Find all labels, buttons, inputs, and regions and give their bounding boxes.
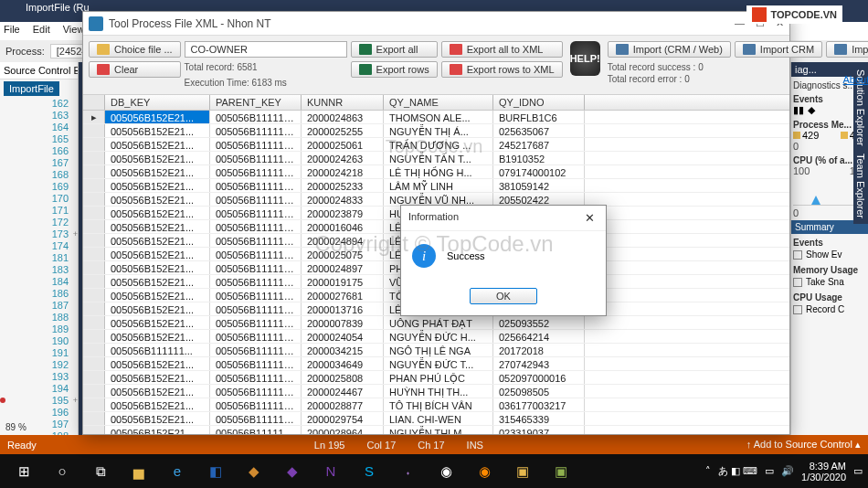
row-header[interactable] xyxy=(83,193,105,206)
cell[interactable]: 2000024054 xyxy=(302,330,384,343)
cell[interactable]: 005056B111111... xyxy=(210,275,302,288)
cell[interactable]: 2000025255 xyxy=(302,124,384,137)
export-rows-xml-button[interactable]: Export rows to XML xyxy=(441,61,563,78)
cell[interactable]: 005056B111111... xyxy=(210,234,302,247)
cell[interactable]: PHAN PHÚ LỘC xyxy=(384,371,493,384)
pause-icon[interactable]: ▮▮ xyxy=(793,104,804,116)
window-titlebar[interactable]: Tool Process File XML - Nhon NT —☐✕ xyxy=(83,12,789,36)
row-header[interactable] xyxy=(83,152,105,164)
cell[interactable]: 245217687 xyxy=(493,138,585,151)
cell[interactable]: TÔ THỊ BÍCH VÂN xyxy=(384,398,493,411)
take-snapshot[interactable]: Take Sna xyxy=(793,275,866,289)
about-link[interactable]: About xyxy=(843,74,868,85)
cell[interactable]: NGUYỄN TẤN T... xyxy=(384,152,493,164)
cell[interactable]: 005056B152E21... xyxy=(105,357,210,370)
taskview-icon[interactable]: ⧉ xyxy=(82,458,119,485)
table-row[interactable]: 005056B152E21...005056B111111...20000346… xyxy=(83,357,789,371)
table-row[interactable]: 005056B152E21...005056B111111...20000252… xyxy=(83,124,789,138)
col-qyidno[interactable]: QY_IDNO xyxy=(493,95,585,110)
cell[interactable]: 005056B152E21... xyxy=(105,248,210,260)
cell[interactable]: LIAN. CHI-WEN xyxy=(384,412,493,425)
cell[interactable]: NGUYỄN THỊ Á... xyxy=(384,124,493,137)
table-row[interactable]: 005056B152E21...005056B111111...20000289… xyxy=(83,426,789,434)
skype-icon[interactable]: S xyxy=(351,458,387,485)
explorer-icon[interactable]: ▅ xyxy=(121,458,157,485)
cell[interactable]: 005056B152E21... xyxy=(105,234,210,247)
cell[interactable]: LÊ THỊ HỒNG H... xyxy=(384,165,493,178)
cell[interactable]: 005056B111111... xyxy=(210,207,302,219)
cell[interactable]: 2000034215 xyxy=(302,344,384,356)
row-header[interactable] xyxy=(83,344,105,356)
table-row[interactable]: 005056B152E21...005056B111111...20000297… xyxy=(83,412,789,426)
ok-button[interactable]: OK xyxy=(470,288,537,304)
cell[interactable]: 005056B152E21... xyxy=(105,261,210,274)
row-header[interactable] xyxy=(83,302,105,315)
import-crm-web-button[interactable]: Import (CRM / Web) xyxy=(608,41,731,58)
notifications-icon[interactable]: ▭ xyxy=(853,465,863,477)
cell[interactable]: 2000025808 xyxy=(302,371,384,384)
import-web-button[interactable]: Import WEB xyxy=(826,41,868,58)
cell[interactable]: 005056B152E21... xyxy=(105,385,210,398)
menu-file[interactable]: File xyxy=(4,24,20,38)
row-header[interactable] xyxy=(83,220,105,233)
edge-icon[interactable]: e xyxy=(159,458,196,485)
search-icon[interactable]: ○ xyxy=(44,458,80,485)
col-parent[interactable]: PARENT_KEY xyxy=(210,95,302,110)
cell[interactable]: 005056B152E21... xyxy=(105,316,210,329)
record-cpu[interactable]: Record C xyxy=(793,302,866,316)
cell[interactable]: 005056B111111... xyxy=(210,165,302,178)
col-dbkey[interactable]: DB_KEY xyxy=(105,95,210,110)
tray-up-icon[interactable]: ˄ xyxy=(705,465,711,477)
row-header[interactable] xyxy=(83,275,105,288)
show-events[interactable]: Show Ev xyxy=(793,248,866,261)
cell[interactable]: 005056B111111... xyxy=(210,124,302,137)
row-header[interactable] xyxy=(83,316,105,329)
table-row[interactable]: 005056B152E21...005056B111111...20000244… xyxy=(83,385,789,398)
table-row[interactable]: 005056B152E21...005056B111111...20000258… xyxy=(83,371,789,385)
cell[interactable]: 2000029754 xyxy=(302,412,384,425)
cell[interactable]: 025098505 xyxy=(493,385,585,398)
add-source-control[interactable]: ↑ Add to Source Control ▴ xyxy=(746,439,861,451)
cell[interactable]: 2000024894 xyxy=(302,234,384,247)
cell[interactable]: 025664214 xyxy=(493,330,585,343)
notepadpp-icon[interactable]: ▣ xyxy=(543,458,579,485)
table-row[interactable]: 005056B152E21...005056B111111...20000252… xyxy=(83,179,789,193)
cell[interactable]: 005056B111111... xyxy=(210,138,302,151)
row-header[interactable]: ▸ xyxy=(83,111,105,123)
cell[interactable]: 025635067 xyxy=(493,124,585,137)
firefox-icon[interactable]: ◉ xyxy=(466,458,503,485)
cell[interactable]: NGUYỄN ĐỨC H... xyxy=(384,330,493,343)
col-qyname[interactable]: QY_NAME xyxy=(384,95,493,110)
taskbar[interactable]: ⊞ ○ ⧉ ▅ e ◧ ◆ ◆ N S ⬪ ◉ ◉ ▣ ▣ ˄ あ ◧ ⌨ ▭ … xyxy=(0,454,868,488)
row-header[interactable] xyxy=(83,426,105,434)
chrome-icon[interactable]: ◉ xyxy=(428,458,464,485)
cell[interactable]: 005056B152E21... xyxy=(105,398,210,411)
cell[interactable]: NGUYỄN ĐỨC T... xyxy=(384,357,493,370)
cell[interactable]: 005056B152E21... xyxy=(105,138,210,151)
cell[interactable]: 005056B152E21... xyxy=(105,330,210,343)
cell[interactable]: 079174000102 xyxy=(493,165,585,178)
cell[interactable]: 2000019175 xyxy=(302,275,384,288)
cell[interactable]: 2000028877 xyxy=(302,398,384,411)
cell[interactable]: 005056B111111... xyxy=(210,412,302,425)
cell[interactable]: 036177003217 xyxy=(493,398,585,411)
cell[interactable]: 005056B152E21... xyxy=(105,426,210,434)
cell[interactable]: NGUYỄN VŨ NH... xyxy=(384,193,493,206)
menu-view[interactable]: View xyxy=(63,24,85,38)
row-header[interactable] xyxy=(83,330,105,343)
row-header[interactable] xyxy=(83,371,105,384)
table-row[interactable]: 005056B152E21...005056B111111...20000240… xyxy=(83,330,789,344)
zoom-level[interactable]: 89 % xyxy=(2,421,30,433)
table-row[interactable]: 005056B152E21...005056B111111...20000250… xyxy=(83,138,789,152)
cell[interactable]: TRẦN DƯƠNG ... xyxy=(384,138,493,151)
cell[interactable]: 005056B111111... xyxy=(210,289,302,302)
row-header[interactable] xyxy=(83,289,105,302)
cell[interactable]: 005056B111111... xyxy=(210,302,302,315)
cell[interactable]: 005056B152E21... xyxy=(105,412,210,425)
cell[interactable]: 270742943 xyxy=(493,357,585,370)
table-row[interactable]: 005056B152E21...005056B111111...20000242… xyxy=(83,165,789,179)
cell[interactable]: BURFLB1C6 xyxy=(493,111,585,123)
import-crm-button[interactable]: Import CRM xyxy=(735,41,822,58)
cell[interactable]: 2000024833 xyxy=(302,193,384,206)
cell[interactable]: 315465339 xyxy=(493,412,585,425)
